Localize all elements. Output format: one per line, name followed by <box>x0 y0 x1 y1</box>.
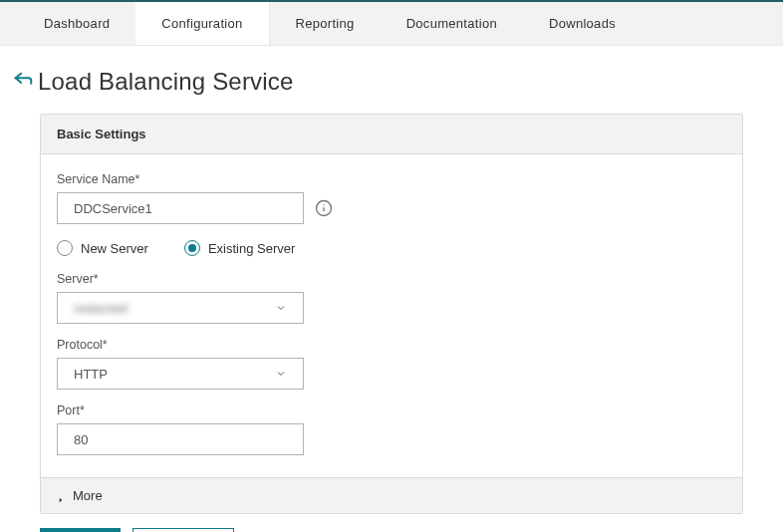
tab-label: Configuration <box>161 16 242 31</box>
svg-point-2 <box>323 204 324 205</box>
more-label: More <box>73 488 103 503</box>
port-label: Port* <box>57 403 726 417</box>
server-mode-radio-group: New Server Existing Server <box>57 240 726 256</box>
tab-label: Documentation <box>406 16 497 31</box>
basic-settings-panel: Basic Settings Service Name* New Server … <box>40 114 743 514</box>
tab-label: Reporting <box>296 16 355 31</box>
back-arrow-icon[interactable] <box>12 71 34 93</box>
panel-header: Basic Settings <box>41 115 742 154</box>
page-title: Load Balancing Service <box>38 68 294 96</box>
protocol-label: Protocol* <box>57 338 726 352</box>
cancel-button[interactable]: Cancel <box>132 528 234 532</box>
ok-button[interactable]: OK <box>40 528 121 532</box>
port-input[interactable] <box>57 423 304 455</box>
tab-label: Downloads <box>549 16 616 31</box>
page-title-row: Load Balancing Service <box>0 46 783 114</box>
protocol-select[interactable]: HTTP <box>57 358 304 390</box>
service-name-input[interactable] <box>57 192 304 224</box>
chevron-down-icon <box>275 302 287 314</box>
radio-existing-server[interactable]: Existing Server <box>184 240 295 256</box>
tab-reporting[interactable]: Reporting <box>270 2 381 45</box>
radio-icon <box>184 240 200 256</box>
radio-icon <box>57 240 73 256</box>
server-value: redacted <box>74 301 128 316</box>
server-select[interactable]: redacted <box>57 292 304 324</box>
protocol-field: Protocol* HTTP <box>57 338 726 390</box>
server-label: Server* <box>57 272 726 286</box>
tab-downloads[interactable]: Downloads <box>523 2 642 45</box>
radio-new-server[interactable]: New Server <box>57 240 148 256</box>
radio-label: Existing Server <box>208 241 295 256</box>
svg-marker-3 <box>60 497 63 502</box>
action-buttons: OK Cancel <box>40 528 743 532</box>
tab-label: Dashboard <box>44 16 110 31</box>
service-name-label: Service Name* <box>57 172 726 186</box>
protocol-value: HTTP <box>74 367 108 382</box>
info-icon[interactable] <box>314 198 334 218</box>
service-name-field: Service Name* <box>57 172 726 224</box>
panel-body: Service Name* New Server Existing Server… <box>41 154 742 477</box>
port-field: Port* <box>57 403 726 455</box>
tab-documentation[interactable]: Documentation <box>381 2 523 45</box>
chevron-down-icon <box>275 368 287 380</box>
tab-dashboard[interactable]: Dashboard <box>0 2 135 45</box>
caret-right-icon <box>57 492 65 500</box>
server-field: Server* redacted <box>57 272 726 324</box>
tab-configuration[interactable]: Configuration <box>135 2 269 45</box>
more-toggle[interactable]: More <box>41 477 742 513</box>
main-tabs: Dashboard Configuration Reporting Docume… <box>0 2 783 46</box>
radio-label: New Server <box>81 241 148 256</box>
